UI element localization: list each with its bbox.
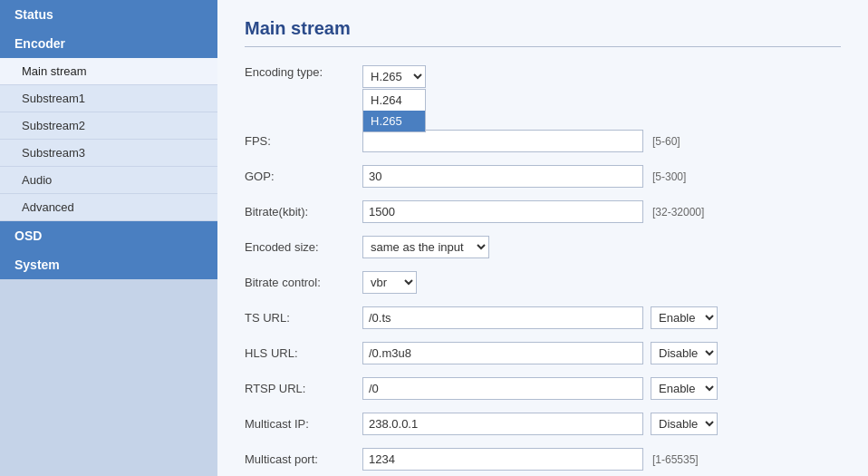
multicast-port-label: Multicast port: [245,452,362,466]
multicast-port-row: Multicast port: [1-65535] [245,448,841,471]
sidebar-item-advanced[interactable]: Advanced [0,194,217,221]
sidebar-section-osd-label: OSD [14,228,42,243]
page-title: Main stream [245,18,841,47]
encoding-type-select[interactable]: H.265 H.264 [362,65,426,88]
ts-url-row: TS URL: Enable Disable [245,306,841,329]
sidebar-section-system-label: System [14,257,60,272]
bitrate-input[interactable] [362,200,643,223]
sidebar: Status Encoder Main stream Substream1 Su… [0,0,217,476]
encoding-type-row: Encoding type: H.265 H.264 H.264 H.265 [245,65,841,88]
rtsp-url-label: RTSP URL: [245,382,362,395]
fps-row: FPS: [5-60] [245,130,841,152]
encoding-type-label: Encoding type: [245,65,362,79]
ts-url-input[interactable] [362,306,643,329]
sidebar-section-system[interactable]: System [0,250,217,279]
encoding-type-dropdown-container: H.265 H.264 H.264 H.265 [362,65,426,88]
encoded-size-select[interactable]: same as the input [362,236,489,258]
sidebar-item-audio[interactable]: Audio [0,167,217,194]
bitrate-label: Bitrate(kbit): [245,205,362,219]
dropdown-option-h265[interactable]: H.265 [363,111,425,131]
hls-url-label: HLS URL: [245,346,362,360]
sidebar-item-main-stream-label: Main stream [22,64,87,78]
bitrate-control-row: Bitrate control: vbr cbr [245,271,841,294]
gop-input[interactable] [362,165,643,188]
sidebar-item-substream2-label: Substream2 [22,119,85,132]
sidebar-item-main-stream[interactable]: Main stream [0,58,217,85]
sidebar-item-audio-label: Audio [22,173,52,187]
multicast-ip-input[interactable] [362,413,643,435]
encoding-type-dropdown-open: H.264 H.265 [362,89,426,132]
sidebar-item-substream1-label: Substream1 [22,92,85,105]
multicast-port-hint: [1-65535] [652,453,699,466]
sidebar-item-substream2[interactable]: Substream2 [0,112,217,140]
bitrate-control-select[interactable]: vbr cbr [362,271,417,294]
dropdown-option-h264[interactable]: H.264 [363,90,425,111]
multicast-ip-label: Multicast IP: [245,417,362,431]
sidebar-section-encoder-label: Encoder [14,36,65,51]
hls-url-row: HLS URL: Disable Enable [245,342,841,364]
sidebar-item-substream1[interactable]: Substream1 [0,85,217,112]
hls-url-status-select[interactable]: Disable Enable [651,342,718,364]
gop-row: GOP: [5-300] [245,165,841,188]
ts-url-status-select[interactable]: Enable Disable [651,306,718,329]
rtsp-url-input[interactable] [362,377,643,400]
gop-hint: [5-300] [652,170,686,183]
fps-input[interactable] [362,130,643,152]
sidebar-section-osd[interactable]: OSD [0,221,217,250]
fps-hint: [5-60] [652,135,680,148]
rtsp-url-row: RTSP URL: Enable Disable [245,377,841,400]
multicast-port-input[interactable] [362,448,643,471]
multicast-ip-status-select[interactable]: Disable Enable [651,413,718,435]
sidebar-item-substream3-label: Substream3 [22,146,85,160]
fps-label: FPS: [245,134,362,148]
bitrate-control-label: Bitrate control: [245,276,362,289]
sidebar-section-status-label: Status [14,7,53,22]
main-content: Main stream Encoding type: H.265 H.264 H… [217,0,868,476]
sidebar-section-status[interactable]: Status [0,0,217,29]
sidebar-section-encoder[interactable]: Encoder [0,29,217,58]
bitrate-hint: [32-32000] [652,206,704,219]
encoded-size-label: Encoded size: [245,240,362,254]
gop-label: GOP: [245,170,362,183]
sidebar-item-substream3[interactable]: Substream3 [0,140,217,167]
multicast-ip-row: Multicast IP: Disable Enable [245,413,841,435]
encoded-size-row: Encoded size: same as the input [245,236,841,258]
sidebar-item-advanced-label: Advanced [22,200,74,214]
ts-url-label: TS URL: [245,311,362,325]
bitrate-row: Bitrate(kbit): [32-32000] [245,200,841,223]
hls-url-input[interactable] [362,342,643,364]
rtsp-url-status-select[interactable]: Enable Disable [651,377,718,400]
